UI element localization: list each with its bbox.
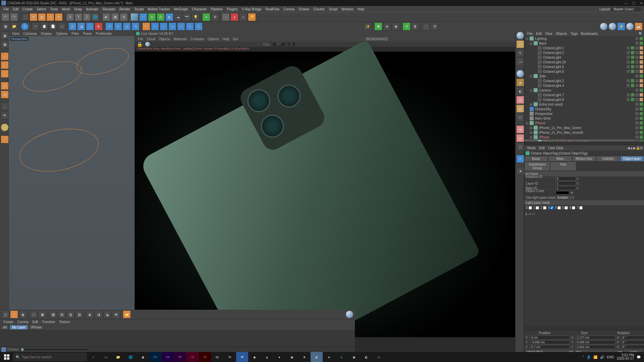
- mail-icon[interactable]: ✉: [224, 352, 236, 362]
- menu-mesh[interactable]: Mesh: [60, 7, 72, 11]
- render-tag[interactable]: [631, 60, 635, 64]
- field-button[interactable]: ◉: [392, 22, 400, 31]
- vp-menu-view[interactable]: View: [10, 32, 21, 36]
- octane-tag[interactable]: [639, 83, 643, 87]
- octane-tag[interactable]: [639, 55, 643, 59]
- copy-button[interactable]: 📋: [40, 22, 48, 31]
- mat-b-button[interactable]: [608, 22, 616, 31]
- tray-wifi-icon[interactable]: 📶: [593, 355, 597, 359]
- mat-menu-texture[interactable]: Texture: [57, 320, 72, 324]
- materials-area[interactable]: [0, 330, 355, 347]
- prev-button[interactable]: ◁: [58, 22, 66, 31]
- uv-point-button[interactable]: ⊡: [1, 82, 9, 90]
- mat-apply-button[interactable]: ◉: [19, 310, 27, 318]
- size-input[interactable]: [576, 336, 615, 340]
- pos-input[interactable]: [530, 340, 570, 344]
- array-button[interactable]: ⁂: [157, 13, 165, 21]
- axis-l-button[interactable]: ⌞: [1, 103, 9, 111]
- lv-menu-cloud[interactable]: Cloud: [145, 37, 157, 41]
- render-tag[interactable]: [631, 79, 635, 83]
- size-input[interactable]: [576, 345, 615, 349]
- mat-menu-create[interactable]: Create: [1, 320, 15, 324]
- tree-row[interactable]: ⊟Camera: [524, 88, 644, 93]
- poly-mode-button[interactable]: ▱: [1, 70, 9, 78]
- tree-row[interactable]: OctaneLight.2: [524, 78, 644, 83]
- render-tag[interactable]: [639, 112, 643, 116]
- vis-tag[interactable]: [635, 88, 639, 92]
- chn-value[interactable]: 1: [288, 43, 295, 46]
- vis-tag[interactable]: [626, 60, 630, 64]
- mat-menu-corona[interactable]: Corona: [15, 320, 31, 324]
- rt-mat1-button[interactable]: [516, 70, 524, 78]
- mat-edit-button[interactable]: ✎: [10, 310, 18, 318]
- menu-corona[interactable]: Corona: [281, 7, 297, 11]
- light-tag[interactable]: [635, 79, 639, 83]
- menu-render[interactable]: Render: [117, 7, 132, 11]
- spinner-icon[interactable]: [576, 181, 579, 185]
- child-button[interactable]: ◪: [77, 22, 85, 31]
- rt-misc-button[interactable]: ▢: [516, 143, 524, 151]
- filter-nolayer[interactable]: No Layer: [10, 325, 28, 330]
- lv-menu-compare[interactable]: Compare: [189, 37, 206, 41]
- rt-pencil-button[interactable]: ✎: [516, 49, 524, 57]
- tree-row[interactable]: OctaneLight: [524, 55, 644, 60]
- model-mode-button[interactable]: ▣: [1, 32, 9, 40]
- scale-button[interactable]: ◧: [38, 13, 46, 21]
- snap-toggle[interactable]: S: [21, 22, 29, 31]
- check-6[interactable]: [572, 206, 575, 209]
- tree-row[interactable]: ⊞iPhone_11_Pro_Max_Green: [524, 125, 644, 130]
- menu-window[interactable]: Window: [339, 7, 356, 11]
- mat-preview3-button[interactable]: ◒: [103, 310, 111, 318]
- light-tag[interactable]: [635, 51, 639, 55]
- menu-plugins[interactable]: Plugins: [225, 7, 240, 11]
- mat-preview2-button[interactable]: ◑: [95, 310, 103, 318]
- vis-tag[interactable]: [635, 135, 639, 139]
- live-select-button[interactable]: ⬚: [21, 13, 29, 21]
- am-scrollbar[interactable]: [524, 326, 644, 330]
- expand-toggle[interactable]: ⊟: [530, 135, 533, 139]
- snap-s-button[interactable]: S: [1, 123, 9, 131]
- lock-icon[interactable]: 🔒: [137, 42, 143, 47]
- mat-tex1-button[interactable]: ▦: [49, 310, 57, 318]
- vis-tag[interactable]: [626, 83, 630, 87]
- layer-id-input[interactable]: [556, 181, 576, 185]
- undo-button[interactable]: ↶: [1, 13, 9, 21]
- group-button[interactable]: ⬚: [86, 22, 94, 31]
- autokey-button[interactable]: 🔑: [248, 13, 256, 21]
- lock-icon[interactable]: 🔒: [636, 146, 640, 150]
- check-4[interactable]: [557, 206, 561, 209]
- delete-button[interactable]: 🗑: [95, 22, 103, 31]
- maximize-icon[interactable]: ▢: [632, 1, 635, 5]
- lastused-button[interactable]: ⊕: [55, 13, 63, 21]
- taskview-icon[interactable]: ▭: [100, 352, 112, 362]
- uv-poly-button[interactable]: ▤: [1, 90, 9, 99]
- tree-row[interactable]: ⊟Side: [524, 74, 644, 78]
- menu-octane[interactable]: Octane: [297, 7, 311, 11]
- render-tag[interactable]: [631, 46, 635, 50]
- check-S[interactable]: [529, 206, 532, 209]
- mat-a-button[interactable]: [600, 22, 608, 31]
- om-menu-tags[interactable]: Tags: [569, 32, 579, 36]
- render-tag[interactable]: [639, 74, 643, 78]
- paste-button[interactable]: 📄: [49, 22, 57, 31]
- menu-pipeline[interactable]: Pipeline: [209, 7, 225, 11]
- octane-tag[interactable]: [639, 51, 643, 55]
- menu-simulate[interactable]: Simulate: [100, 7, 117, 11]
- expand-toggle[interactable]: ⊟: [530, 42, 533, 45]
- workplane-button[interactable]: ⬚: [1, 135, 9, 143]
- om-menu-edit[interactable]: Edit: [534, 32, 543, 36]
- chrome-icon[interactable]: ◉: [137, 352, 149, 362]
- search-icon[interactable]: 🔍: [639, 32, 643, 36]
- gear-button[interactable]: ⚙: [211, 13, 219, 21]
- reset-psr-button[interactable]: ↺: [105, 22, 113, 31]
- menu-character[interactable]: Character: [190, 7, 209, 11]
- rt-eraser-button[interactable]: ▭: [516, 58, 524, 66]
- misc-b-button[interactable]: ⚙: [431, 22, 439, 31]
- vis-tag[interactable]: [626, 98, 630, 102]
- am-menu-userdata[interactable]: User Data: [546, 146, 565, 150]
- tray-clock[interactable]: 3:01 PM 2020-02-17: [617, 354, 634, 360]
- wand-button[interactable]: ✨: [364, 22, 372, 31]
- search-input[interactable]: 🔍 Type here to search: [13, 353, 87, 361]
- app9-icon[interactable]: ▭: [373, 352, 385, 362]
- expand-toggle[interactable]: ⊟: [526, 121, 529, 125]
